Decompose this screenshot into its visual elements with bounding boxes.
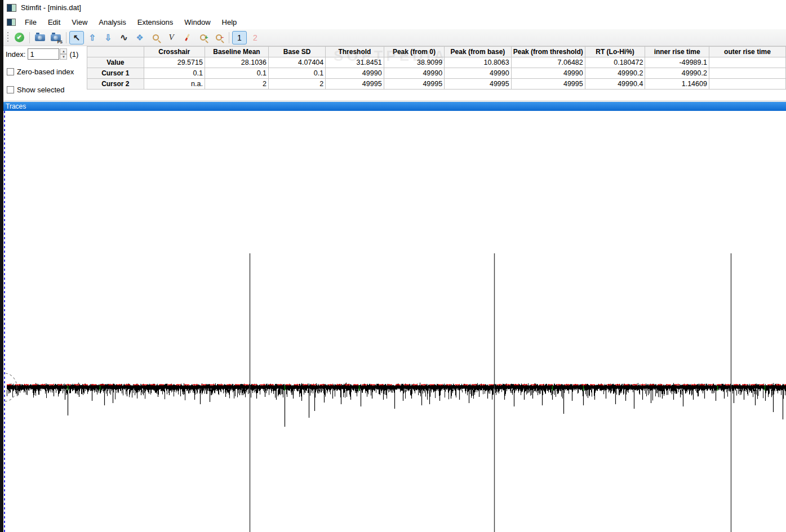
zero-based-index-checkbox[interactable] — [7, 68, 14, 75]
index-spinner: ▲ ▼ — [60, 48, 67, 60]
index-label: Index: — [6, 50, 25, 59]
table-cell[interactable] — [709, 57, 785, 68]
menu-bar: File Edit View Analysis Extensions Windo… — [3, 15, 786, 29]
table-cell[interactable]: 49995 — [511, 79, 585, 90]
toolbar-grip[interactable] — [6, 32, 10, 43]
cursor-arrow-icon: ↖ — [73, 33, 81, 42]
draw-button[interactable] — [180, 31, 194, 44]
snapshot-ps-button[interactable]: PS — [48, 31, 63, 44]
table-cell[interactable]: 31.8451 — [326, 57, 384, 68]
title-bar[interactable]: Stimfit - [minis.dat] — [3, 0, 786, 15]
table-cell[interactable]: 38.9099 — [384, 57, 445, 68]
table-cell[interactable]: 49990.4 — [585, 79, 645, 90]
col-header-crosshair: Crosshair — [144, 47, 205, 57]
menu-extensions[interactable]: Extensions — [132, 16, 179, 28]
table-row-cursor2: Cursor 2 n.a. 2 2 49995 49995 49995 4999… — [87, 79, 786, 90]
zoom-out-button[interactable]: − — [211, 31, 226, 44]
show-selected-label: Show selected — [17, 86, 65, 94]
spinner-down-button[interactable]: ▼ — [60, 54, 67, 60]
traces-window-title: Traces — [6, 102, 26, 110]
table-cell[interactable]: 0.180472 — [585, 57, 645, 68]
table-header-row: Crosshair Baseline Mean Base SD Threshol… — [87, 47, 786, 57]
table-row-value: Value 29.5715 28.1036 4.07404 31.8451 38… — [87, 57, 786, 68]
zoom-mode-button[interactable] — [148, 31, 163, 44]
snapshot-button[interactable] — [33, 31, 47, 44]
table-cell[interactable]: n.a. — [144, 79, 205, 90]
brush-icon — [185, 34, 190, 41]
channel-1-button[interactable]: 1 — [232, 31, 247, 44]
channel-2-button[interactable]: 2 — [248, 31, 263, 44]
table-cell[interactable]: 2 — [205, 79, 268, 90]
check-icon: ✔ — [15, 33, 24, 42]
table-cell[interactable]: 49990 — [384, 68, 445, 79]
table-cell[interactable]: 0.1 — [205, 68, 268, 79]
camera-icon — [35, 34, 45, 41]
selection-dashed-border — [4, 111, 5, 532]
table-cell[interactable]: 1.14609 — [645, 79, 709, 90]
table-cell[interactable]: 49995 — [384, 79, 445, 90]
table-cell[interactable]: 49990.2 — [645, 68, 709, 79]
table-cell[interactable]: 0.1 — [269, 68, 326, 79]
row-label-value: Value — [87, 57, 144, 68]
measure-button[interactable]: V — [164, 31, 179, 44]
table-cell[interactable]: 2 — [269, 79, 326, 90]
traces-window-titlebar[interactable]: Traces — [3, 102, 786, 111]
table-cell[interactable]: 29.5715 — [144, 57, 205, 68]
index-controls: Index: ▲ ▼ (1) Zero-based index Show sel… — [3, 46, 87, 100]
table-row-cursor1: Cursor 1 0.1 0.1 0.1 49990 49990 49990 4… — [87, 68, 786, 79]
table-cell[interactable]: -49989.1 — [645, 57, 709, 68]
table-cell[interactable]: 4.07404 — [269, 57, 326, 68]
menu-view[interactable]: View — [66, 16, 93, 28]
channel-1-label: 1 — [237, 33, 242, 42]
col-header-outer-rise-time: outer rise time — [709, 47, 785, 57]
spinner-up-button[interactable]: ▲ — [60, 48, 67, 54]
table-cell[interactable]: 49990.2 — [585, 68, 645, 79]
zero-based-index-label: Zero-based index — [17, 68, 74, 76]
menu-help[interactable]: Help — [216, 16, 243, 28]
fit-curve-button[interactable]: ∿ — [117, 31, 131, 44]
four-way-diamond-icon: ❖ — [136, 33, 143, 43]
mdi-child-icon[interactable] — [7, 19, 16, 26]
accept-button[interactable]: ✔ — [12, 31, 26, 44]
previous-trace-button[interactable]: ⇧ — [85, 31, 100, 44]
col-header-baseline-mean: Baseline Mean — [205, 47, 268, 57]
toolbar: ✔ PS ↖ ⇧ ⇩ ∿ ❖ — [3, 29, 786, 46]
table-cell[interactable]: 10.8063 — [445, 57, 512, 68]
table-cell[interactable]: 7.06482 — [511, 57, 585, 68]
results-panel: Index: ▲ ▼ (1) Zero-based index Show sel… — [3, 46, 786, 100]
down-arrow-icon: ⇩ — [105, 33, 112, 42]
table-cell[interactable] — [709, 68, 785, 79]
stimfit-window: Stimfit - [minis.dat] File Edit View Ana… — [3, 0, 786, 532]
menu-edit[interactable]: Edit — [42, 16, 66, 28]
up-arrow-icon: ⇧ — [89, 33, 96, 42]
table-cell[interactable]: 49990 — [445, 68, 512, 79]
table-cell[interactable]: 49990 — [511, 68, 585, 79]
index-input[interactable] — [28, 48, 59, 60]
table-cell[interactable]: 28.1036 — [205, 57, 268, 68]
zoom-in-button[interactable]: + — [196, 31, 210, 44]
col-header-rt-lo-hi: RT (Lo-Hi%) — [585, 47, 645, 57]
menu-analysis[interactable]: Analysis — [93, 16, 131, 28]
show-selected-checkbox[interactable] — [7, 86, 14, 93]
zero-based-index-checkbox-row: Zero-based index — [7, 68, 74, 76]
next-trace-button[interactable]: ⇩ — [101, 31, 116, 44]
menu-file[interactable]: File — [19, 16, 42, 28]
toolbar-separator — [229, 32, 229, 43]
show-selected-checkbox-row: Show selected — [7, 86, 65, 94]
table-cell[interactable]: 49990 — [326, 68, 384, 79]
screen: Stimfit - [minis.dat] File Edit View Ana… — [0, 0, 786, 532]
table-cell[interactable] — [709, 79, 785, 90]
window-title: Stimfit - [minis.dat] — [21, 3, 81, 12]
col-header-blank — [87, 47, 144, 57]
select-mode-button[interactable]: ↖ — [69, 31, 84, 44]
zoom-out-icon: − — [216, 34, 222, 41]
fit-to-window-button[interactable]: ❖ — [132, 31, 147, 44]
col-header-base-sd: Base SD — [269, 47, 326, 57]
table-cell[interactable]: 49995 — [326, 79, 384, 90]
table-cell[interactable]: 49995 — [445, 79, 512, 90]
menu-window[interactable]: Window — [179, 16, 216, 28]
col-header-peak-from-base: Peak (from base) — [445, 47, 512, 57]
traces-plot-canvas[interactable] — [3, 111, 786, 532]
camera-ps-label: PS — [57, 40, 63, 44]
table-cell[interactable]: 0.1 — [144, 68, 205, 79]
